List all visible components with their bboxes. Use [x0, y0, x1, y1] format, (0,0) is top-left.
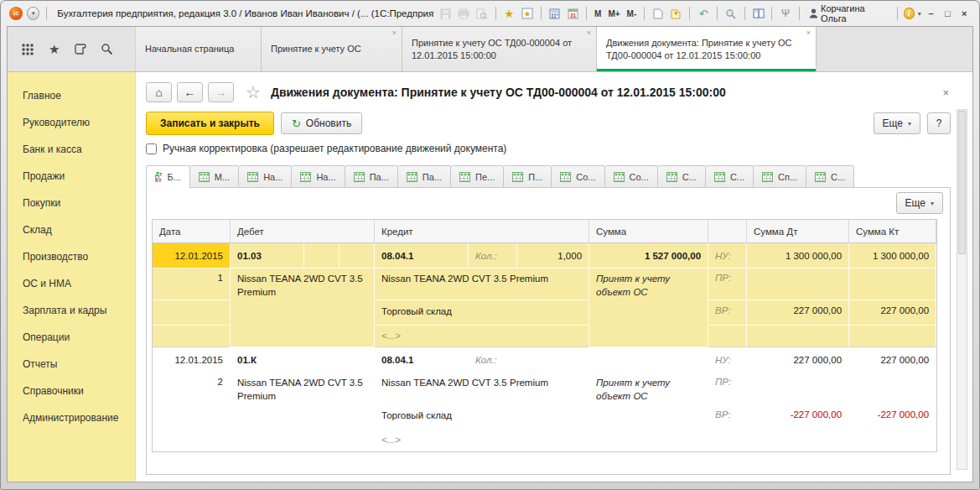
cell-operation[interactable]: Принят к учету объект ОС — [589, 268, 708, 347]
tools-search-icon[interactable] — [101, 43, 113, 55]
sidebar-item-directories[interactable]: Справочники — [8, 378, 135, 404]
cell-nu-label[interactable]: НУ: — [708, 243, 747, 268]
close-window-button[interactable]: × — [957, 8, 971, 18]
scrollbar-thumb[interactable] — [958, 111, 966, 254]
service-settings-icon[interactable]: Ψ — [778, 6, 793, 21]
sidebar-item-production[interactable]: Производство — [8, 243, 135, 270]
help-button[interactable]: ? — [927, 112, 951, 134]
forward-button[interactable]: → — [208, 82, 234, 102]
cell-credit-analytics-2[interactable]: Торговый склад — [375, 300, 589, 326]
cell-vr-label[interactable]: ВР: — [708, 404, 747, 430]
cell-credit-account[interactable]: 08.04.1 — [375, 243, 469, 268]
cell-empty[interactable] — [153, 430, 231, 451]
sidebar-item-warehouse[interactable]: Склад — [8, 216, 135, 243]
cell-empty[interactable] — [747, 430, 849, 451]
cell-operation[interactable]: Принят к учету объект ОС — [589, 373, 708, 451]
print-preview-icon[interactable] — [474, 6, 490, 21]
cell-pr-kt[interactable] — [849, 373, 936, 404]
manual-adjust-checkbox[interactable] — [146, 143, 157, 154]
favorite-star-icon[interactable]: ☆ — [246, 82, 261, 102]
tab-document-movements[interactable]: Движения документа: Принятие к учету ОС … — [597, 27, 817, 71]
register-tab-12[interactable]: С... — [706, 165, 754, 188]
cell-empty[interactable] — [849, 430, 936, 451]
tab-acceptance-list[interactable]: Принятие к учету ОС × — [262, 27, 402, 71]
register-tab-3[interactable]: На... — [239, 165, 292, 188]
cell-qty-label[interactable]: Кол.: — [469, 347, 517, 373]
sidebar-item-manager[interactable]: Руководителю — [8, 109, 135, 136]
cell-date[interactable]: 12.01.2015 — [153, 347, 231, 373]
search-icon[interactable] — [723, 6, 739, 21]
menu-grid-icon[interactable] — [21, 43, 34, 56]
cell-empty[interactable] — [304, 347, 340, 373]
more-button[interactable]: Еще ▾ — [874, 112, 920, 134]
sidebar-item-administration[interactable]: Администрирование — [8, 404, 135, 431]
history-icon[interactable] — [74, 43, 86, 55]
sidebar-item-purchases[interactable]: Покупки — [8, 190, 135, 216]
minimize-button[interactable]: – — [925, 8, 938, 18]
open-document-icon[interactable] — [669, 6, 684, 21]
cell-empty[interactable] — [708, 430, 747, 451]
cell-debit-account[interactable]: 01.03 — [231, 243, 304, 268]
register-tab-13[interactable]: Сп... — [754, 165, 806, 188]
cell-row-number[interactable]: 2 — [153, 373, 231, 404]
tab-acceptance-document[interactable]: Принятие к учету ОС ТД00-000004 от 12.01… — [402, 27, 597, 71]
cell-vr-dt[interactable]: -227 000,00 — [747, 404, 849, 430]
tab-home[interactable]: Начальная страница — [136, 27, 262, 71]
cell-vr-dt[interactable]: 227 000,00 — [747, 300, 849, 326]
memory-button[interactable]: M — [593, 6, 603, 21]
cell-vr-label[interactable]: ВР: — [708, 300, 747, 326]
cell-amount[interactable]: 1 527 000,00 — [589, 243, 708, 268]
undo-icon[interactable]: ↶ — [696, 6, 711, 21]
cell-debit-account[interactable]: 01.К — [231, 347, 304, 373]
favorites-icon[interactable]: ★ — [520, 6, 535, 21]
cell-amount[interactable] — [589, 347, 708, 373]
register-tab-14[interactable]: С... — [806, 165, 854, 188]
cell-qty[interactable] — [517, 347, 589, 373]
register-tab-2[interactable]: М... — [190, 165, 239, 188]
save-close-button[interactable]: Записать и закрыть — [146, 112, 274, 135]
cell-empty[interactable] — [153, 326, 231, 347]
sidebar-item-os-nma[interactable]: ОС и НМА — [8, 270, 135, 297]
cell-vr-kt[interactable]: 227 000,00 — [849, 300, 936, 326]
memory-minus-button[interactable]: M- — [625, 6, 639, 21]
sidebar-item-main[interactable]: Главное — [8, 82, 135, 109]
cell-qty-label[interactable]: Кол.: — [469, 243, 517, 268]
cell-credit-analytics-3[interactable]: <...> — [375, 326, 589, 347]
new-document-icon[interactable] — [651, 6, 666, 21]
close-tab-icon[interactable]: × — [806, 29, 811, 37]
cell-nu-kt[interactable]: 227 000,00 — [849, 347, 936, 373]
cell-debit-analytics[interactable]: Nissan TEANA 2WD CVT 3.5 Premium — [231, 373, 375, 451]
cell-empty[interactable] — [153, 404, 231, 430]
cell-pr-label[interactable]: ПР: — [708, 268, 747, 300]
sidebar-item-salary-hr[interactable]: Зарплата и кадры — [8, 297, 135, 324]
cell-qty[interactable]: 1,000 — [517, 243, 589, 268]
cell-date[interactable]: 12.01.2015 — [153, 243, 231, 268]
add-favorite-icon[interactable]: ★ — [502, 6, 517, 21]
cell-empty[interactable] — [340, 347, 375, 373]
current-user[interactable]: Корчагина Ольга — [806, 3, 891, 23]
home-button[interactable]: ⌂ — [146, 82, 172, 102]
cell-empty[interactable] — [849, 326, 936, 347]
calendar-icon[interactable]: 31 — [565, 6, 580, 21]
close-form-button[interactable]: × — [941, 86, 951, 99]
close-tab-icon[interactable]: × — [392, 29, 397, 37]
cell-credit-analytics-1[interactable]: Nissan TEANA 2WD CVT 3.5 Premium — [375, 373, 589, 404]
cell-debit-analytics[interactable]: Nissan TEANA 2WD CVT 3.5 Premium — [231, 268, 375, 347]
close-tab-icon[interactable]: × — [587, 29, 591, 37]
cell-nu-label[interactable]: НУ: — [708, 347, 747, 373]
calculator-icon[interactable] — [547, 6, 563, 21]
sidebar-item-sales[interactable]: Продажи — [8, 163, 135, 190]
save-icon[interactable] — [438, 6, 454, 21]
cell-nu-dt[interactable]: 1 300 000,00 — [747, 243, 849, 268]
cell-pr-kt[interactable] — [849, 268, 936, 300]
register-tab-4[interactable]: На... — [292, 165, 345, 188]
maximize-button[interactable]: □ — [941, 8, 955, 18]
cell-pr-dt[interactable] — [747, 373, 849, 404]
cell-nu-kt[interactable]: 1 300 000,00 — [849, 243, 936, 268]
sidebar-item-reports[interactable]: Отчеты — [8, 351, 135, 378]
cell-credit-analytics-2[interactable]: Торговый склад — [375, 404, 589, 430]
register-tab-11[interactable]: С... — [658, 165, 706, 188]
cell-empty[interactable] — [340, 243, 375, 268]
grid-more-button[interactable]: Еще ▾ — [896, 192, 943, 214]
memory-plus-button[interactable]: M+ — [606, 6, 621, 21]
